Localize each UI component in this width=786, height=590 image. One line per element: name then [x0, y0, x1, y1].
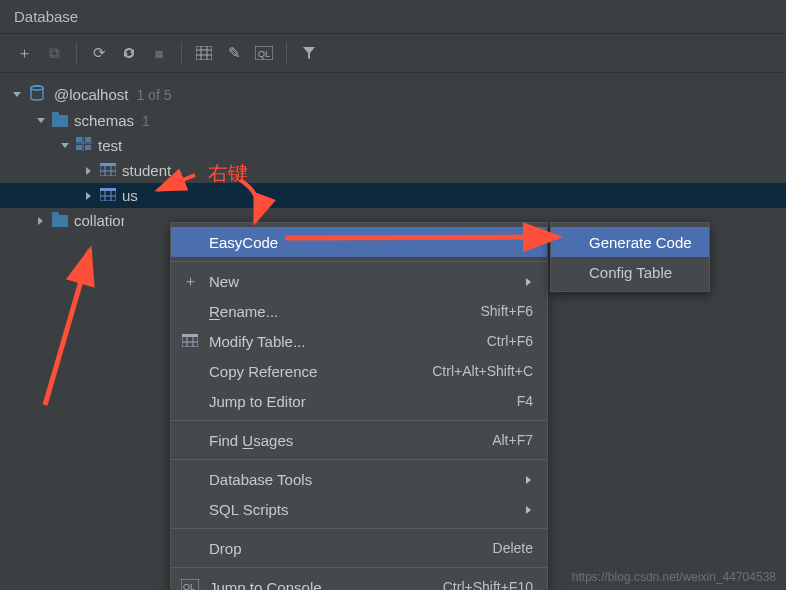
collapse-arrow-icon: [82, 164, 96, 178]
schemas-count: 1: [142, 113, 150, 129]
collapse-arrow-icon: [34, 214, 48, 228]
submenu-arrow-icon: [525, 471, 533, 488]
menu-item-cfgtable[interactable]: Config Table: [551, 257, 709, 287]
folder-icon: [52, 215, 68, 227]
menu-item-shortcut: F4: [517, 393, 533, 409]
collapse-arrow-icon: [82, 189, 96, 203]
table-icon: [181, 333, 199, 350]
db-label: test: [98, 137, 122, 154]
database-tree: @localhost 1 of 5 schemas 1 test student: [0, 73, 786, 233]
menu-separator: [171, 420, 547, 421]
table-icon: [100, 162, 116, 179]
stop-button[interactable]: ■: [145, 40, 173, 66]
filter-button[interactable]: [295, 40, 323, 66]
svg-rect-25: [182, 334, 198, 337]
table-label: student: [122, 162, 171, 179]
menu-item-label: Jump to Editor: [209, 393, 306, 410]
separator: [286, 42, 287, 64]
menu-item-label: Config Table: [589, 264, 672, 281]
table-icon: [100, 187, 116, 204]
menu-item-easycode[interactable]: EasyCode: [171, 227, 547, 257]
menu-item-shortcut: Ctrl+Alt+Shift+C: [432, 363, 533, 379]
menu-item-usages[interactable]: Find UsagesAlt+F7: [171, 425, 547, 455]
svg-rect-9: [85, 137, 91, 142]
menu-item-label: Drop: [209, 540, 242, 557]
host-count: 1 of 5: [136, 87, 171, 103]
+-icon: ＋: [181, 272, 199, 291]
table-view-button[interactable]: [190, 40, 218, 66]
schema-icon: [76, 137, 92, 154]
table-label: us: [122, 187, 138, 204]
svg-rect-20: [100, 188, 116, 191]
submenu-arrow-icon: [525, 501, 533, 518]
menu-item-label: New: [209, 273, 239, 290]
menu-item-shortcut: Delete: [493, 540, 533, 556]
menu-item-shortcut: Ctrl+F6: [487, 333, 533, 349]
menu-item-gencode[interactable]: Generate Code: [551, 227, 709, 257]
separator: [76, 42, 77, 64]
collations-label: collation: [74, 212, 124, 229]
host-label: @localhost: [54, 86, 128, 103]
add-button[interactable]: ＋: [10, 40, 38, 66]
menu-item-dbtools[interactable]: Database Tools: [171, 464, 547, 494]
submenu-arrow-icon: [525, 273, 533, 290]
folder-icon: [52, 115, 68, 127]
submenu-arrow-icon: [525, 234, 533, 251]
menu-item-console[interactable]: QLJump to Console...Ctrl+Shift+F10: [171, 572, 547, 590]
expand-arrow-icon: [10, 88, 24, 102]
svg-rect-15: [100, 163, 116, 166]
menu-item-label: Generate Code: [589, 234, 692, 251]
menu-separator: [171, 567, 547, 568]
ql-icon: QL: [181, 579, 199, 591]
tree-schemas-row[interactable]: schemas 1: [0, 108, 786, 133]
refresh-button[interactable]: ⟳: [85, 40, 113, 66]
tree-table-row-selected[interactable]: us: [0, 183, 786, 208]
panel-title: Database: [0, 0, 786, 34]
menu-item-label: Find Usages: [209, 432, 293, 449]
expand-arrow-icon: [58, 139, 72, 153]
tree-host-row[interactable]: @localhost 1 of 5: [0, 81, 786, 108]
menu-item-sqlscripts[interactable]: SQL Scripts: [171, 494, 547, 524]
menu-item-copyref[interactable]: Copy ReferenceCtrl+Alt+Shift+C: [171, 356, 547, 386]
separator: [181, 42, 182, 64]
menu-item-new[interactable]: ＋New: [171, 266, 547, 296]
jdbc-icon: [28, 85, 48, 104]
schemas-label: schemas: [74, 112, 134, 129]
svg-text:QL: QL: [258, 49, 270, 59]
svg-text:QL: QL: [183, 582, 195, 591]
edit-button[interactable]: ✎: [220, 40, 248, 66]
copy-button[interactable]: ⧉: [40, 40, 68, 66]
tree-db-row[interactable]: test: [0, 133, 786, 158]
watermark: https://blog.csdn.net/weixin_44704538: [572, 570, 776, 584]
toolbar: ＋ ⧉ ⟳ ■ ✎ QL: [0, 34, 786, 73]
svg-rect-0: [196, 46, 212, 60]
context-menu: EasyCode＋NewRename...Shift+F6Modify Tabl…: [170, 222, 548, 590]
menu-item-label: Copy Reference: [209, 363, 317, 380]
menu-item-label: SQL Scripts: [209, 501, 288, 518]
annotation-right-click-label: 右键: [208, 160, 248, 187]
menu-separator: [171, 459, 547, 460]
menu-item-rename[interactable]: Rename...Shift+F6: [171, 296, 547, 326]
menu-item-jump[interactable]: Jump to EditorF4: [171, 386, 547, 416]
svg-rect-8: [76, 137, 82, 142]
menu-item-drop[interactable]: DropDelete: [171, 533, 547, 563]
svg-rect-11: [85, 145, 91, 150]
menu-item-label: Modify Table...: [209, 333, 305, 350]
expand-arrow-icon: [34, 114, 48, 128]
svg-point-7: [31, 86, 43, 90]
console-button[interactable]: QL: [250, 40, 278, 66]
menu-item-shortcut: Alt+F7: [492, 432, 533, 448]
context-submenu-easycode: Generate CodeConfig Table: [550, 222, 710, 292]
menu-item-label: Database Tools: [209, 471, 312, 488]
menu-separator: [171, 528, 547, 529]
menu-item-label: EasyCode: [209, 234, 278, 251]
tree-table-row[interactable]: student: [0, 158, 786, 183]
menu-item-label: Rename...: [209, 303, 278, 320]
menu-item-modify[interactable]: Modify Table...Ctrl+F6: [171, 326, 547, 356]
svg-rect-10: [76, 145, 82, 150]
menu-item-shortcut: Shift+F6: [480, 303, 533, 319]
sync-button[interactable]: [115, 40, 143, 66]
menu-item-label: Jump to Console...: [209, 579, 334, 591]
menu-item-shortcut: Ctrl+Shift+F10: [443, 579, 533, 590]
menu-separator: [171, 261, 547, 262]
